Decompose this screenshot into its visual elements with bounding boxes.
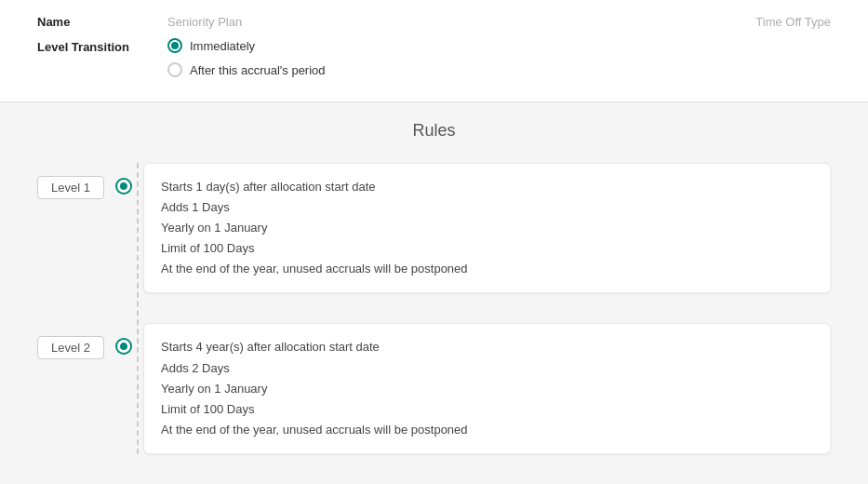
level-transition-row: Level Transition Immediately After this …	[37, 38, 831, 77]
level-transition-label: Level Transition	[37, 38, 167, 54]
level-1-badge: Level 1	[37, 176, 104, 199]
level-transition-radio-group: Immediately After this accrual's period	[167, 38, 326, 77]
level-2-line-1: Starts 4 year(s) after allocation start …	[161, 337, 813, 357]
level-2-dot	[117, 340, 130, 353]
page-container: Name Seniority Plan Time Off Type Level …	[0, 0, 868, 484]
level-2-badge: Level 2	[37, 336, 104, 359]
level-1-row: Level 1 Starts 1 day(s) after allocation…	[37, 163, 831, 293]
radio-immediately-label: Immediately	[190, 39, 255, 53]
rules-section: Rules Level 1 Starts 1 day(s) after allo…	[0, 102, 868, 484]
radio-after-period-label: After this accrual's period	[190, 63, 326, 77]
level-2-row: Level 2 Starts 4 year(s) after allocatio…	[37, 323, 831, 453]
radio-immediately-circle[interactable]	[167, 38, 182, 53]
level-1-card: Starts 1 day(s) after allocation start d…	[143, 163, 831, 293]
seniority-column-label: Seniority Plan	[167, 15, 755, 29]
level-2-line-2: Adds 2 Days	[161, 358, 813, 379]
level-1-line-4: Limit of 100 Days	[161, 238, 813, 259]
radio-after-period-circle[interactable]	[167, 62, 182, 77]
radio-option-after-period[interactable]: After this accrual's period	[167, 62, 326, 77]
level-1-line-5: At the end of the year, unused accruals …	[161, 259, 813, 279]
level-1-line-3: Yearly on 1 January	[161, 218, 813, 238]
radio-option-immediately[interactable]: Immediately	[167, 38, 326, 53]
top-section: Name Seniority Plan Time Off Type Level …	[0, 0, 868, 102]
level-2-line-4: Limit of 100 Days	[161, 399, 813, 420]
level-1-dot	[117, 180, 130, 193]
level-2-line-5: At the end of the year, unused accruals …	[161, 420, 813, 440]
column-headers: Name Seniority Plan Time Off Type	[37, 15, 831, 29]
level-2-line-3: Yearly on 1 January	[161, 379, 813, 399]
name-column-label: Name	[37, 15, 167, 29]
level-2-card: Starts 4 year(s) after allocation start …	[143, 323, 831, 453]
level-1-line-2: Adds 1 Days	[161, 197, 813, 218]
level-1-line-1: Starts 1 day(s) after allocation start d…	[161, 177, 813, 197]
timeoff-column-label: Time Off Type	[755, 15, 831, 29]
timeline-container: Level 1 Starts 1 day(s) after allocation…	[37, 163, 831, 454]
rules-title: Rules	[37, 121, 831, 141]
